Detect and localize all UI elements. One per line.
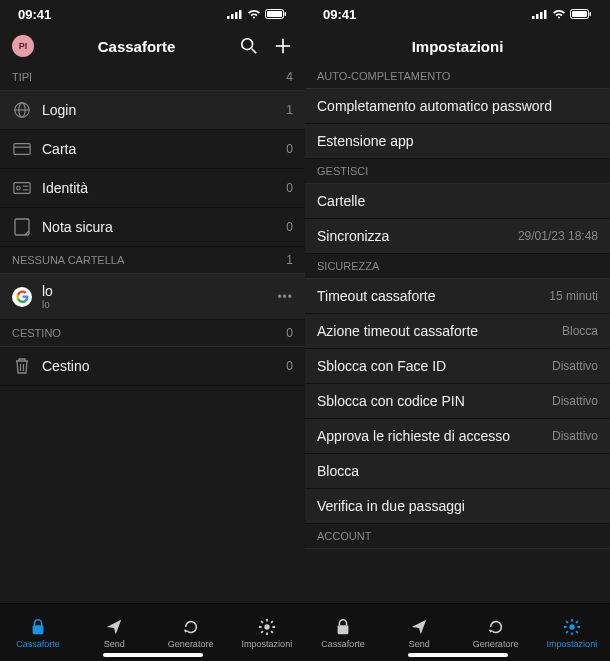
settings-label: Verifica in due passaggi (317, 498, 598, 514)
section-title: AUTO-COMPLETAMENTO (317, 70, 450, 82)
settings-item-folders[interactable]: Cartelle (305, 184, 610, 219)
settings-item-faceid[interactable]: Sblocca con Face ID Disattivo (305, 349, 610, 384)
status-time: 09:41 (18, 7, 51, 22)
svg-rect-6 (285, 12, 287, 16)
list-item-trash[interactable]: Cestino 0 (0, 347, 305, 386)
tab-label: Send (104, 639, 125, 649)
tab-impostazioni[interactable]: Impostazioni (534, 604, 610, 661)
nav-bar: Impostazioni (305, 28, 610, 64)
card-icon (12, 139, 32, 159)
status-bar: 09:41 (0, 0, 305, 28)
tab-label: Cassaforte (16, 639, 60, 649)
settings-value: 29/01/23 18:48 (518, 229, 598, 243)
add-icon[interactable] (273, 36, 293, 56)
tab-cassaforte[interactable]: Cassaforte (0, 604, 76, 661)
settings-item-timeout-action[interactable]: Azione timeout cassaforte Blocca (305, 314, 610, 349)
section-header-auto: AUTO-COMPLETAMENTO (305, 64, 610, 89)
svg-rect-14 (14, 144, 30, 155)
wifi-icon (247, 9, 261, 19)
home-indicator[interactable] (408, 653, 508, 657)
list-item-count: 0 (286, 220, 293, 234)
svg-rect-26 (536, 14, 539, 19)
search-icon[interactable] (239, 36, 259, 56)
svg-rect-25 (532, 16, 535, 19)
id-icon (12, 178, 32, 198)
svg-point-17 (17, 186, 21, 190)
tab-impostazioni[interactable]: Impostazioni (229, 604, 305, 661)
nav-bar: PI Cassaforte (0, 28, 305, 64)
settings-item-extension[interactable]: Estensione app (305, 124, 610, 159)
settings-label: Cartelle (317, 193, 598, 209)
tab-cassaforte[interactable]: Cassaforte (305, 604, 381, 661)
svg-rect-30 (572, 11, 587, 17)
settings-item-2fa[interactable]: Verifica in due passaggi (305, 489, 610, 524)
section-title: ACCOUNT (317, 530, 371, 542)
section-header-folders: NESSUNA CARTELLA 1 (0, 247, 305, 274)
tab-label: Impostazioni (242, 639, 293, 649)
avatar[interactable]: PI (12, 35, 34, 57)
settings-item-sync[interactable]: Sincronizza 29/01/23 18:48 (305, 219, 610, 254)
settings-label: Completamento automatico password (317, 98, 598, 114)
list-item-label: Cestino (42, 358, 276, 374)
settings-item-lock[interactable]: Blocca (305, 454, 610, 489)
list-item-identita[interactable]: Identità 0 (0, 169, 305, 208)
list-item-count: 0 (286, 142, 293, 156)
section-header-account: ACCOUNT (305, 524, 610, 549)
section-header-trash: CESTINO 0 (0, 320, 305, 347)
svg-rect-32 (338, 625, 349, 634)
svg-rect-27 (540, 12, 543, 19)
settings-item-timeout[interactable]: Timeout cassaforte 15 minuti (305, 279, 610, 314)
gear-icon (257, 617, 277, 637)
svg-rect-2 (235, 12, 238, 19)
svg-rect-0 (227, 16, 230, 19)
section-title: CESTINO (12, 327, 61, 339)
tab-label: Send (409, 639, 430, 649)
refresh-icon (486, 617, 506, 637)
list-item-count: 0 (286, 359, 293, 373)
section-count: 4 (286, 70, 293, 84)
status-indicators (227, 9, 287, 19)
tab-label: Impostazioni (547, 639, 598, 649)
section-title: SICUREZZA (317, 260, 379, 272)
section-header-manage: GESTISCI (305, 159, 610, 184)
globe-icon (12, 100, 32, 120)
svg-point-33 (569, 624, 574, 629)
settings-value: 15 minuti (549, 289, 598, 303)
list-item-sublabel: lo (42, 300, 267, 310)
settings-value: Blocca (562, 324, 598, 338)
list-item-count: 1 (286, 103, 293, 117)
home-indicator[interactable] (103, 653, 203, 657)
send-icon (104, 617, 124, 637)
list-item-label: Nota sicura (42, 219, 276, 235)
status-indicators (532, 9, 592, 19)
tab-label: Generatore (473, 639, 519, 649)
settings-label: Sblocca con codice PIN (317, 393, 542, 409)
settings-label: Timeout cassaforte (317, 288, 539, 304)
trash-icon (12, 356, 32, 376)
wifi-icon (552, 9, 566, 19)
section-title: TIPI (12, 71, 32, 83)
settings-item-approve[interactable]: Approva le richieste di accesso Disattiv… (305, 419, 610, 454)
svg-point-7 (242, 39, 253, 50)
list-item-lo[interactable]: lo lo ••• (0, 274, 305, 320)
more-icon[interactable]: ••• (277, 290, 293, 304)
settings-value: Disattivo (552, 429, 598, 443)
svg-rect-31 (590, 12, 592, 16)
tab-label: Cassaforte (321, 639, 365, 649)
list-item-nota[interactable]: Nota sicura 0 (0, 208, 305, 247)
list-item-carta[interactable]: Carta 0 (0, 130, 305, 169)
section-count: 1 (286, 253, 293, 267)
settings-label: Estensione app (317, 133, 598, 149)
list-item-login[interactable]: Login 1 (0, 91, 305, 130)
settings-value: Disattivo (552, 359, 598, 373)
settings-item-pin[interactable]: Sblocca con codice PIN Disattivo (305, 384, 610, 419)
settings-item-autofill[interactable]: Completamento automatico password (305, 89, 610, 124)
settings-label: Approva le richieste di accesso (317, 428, 542, 444)
signal-icon (227, 9, 243, 19)
svg-rect-3 (239, 10, 242, 19)
svg-point-24 (264, 624, 269, 629)
section-title: GESTISCI (317, 165, 368, 177)
svg-rect-1 (231, 14, 234, 19)
svg-rect-23 (33, 625, 44, 634)
refresh-icon (181, 617, 201, 637)
